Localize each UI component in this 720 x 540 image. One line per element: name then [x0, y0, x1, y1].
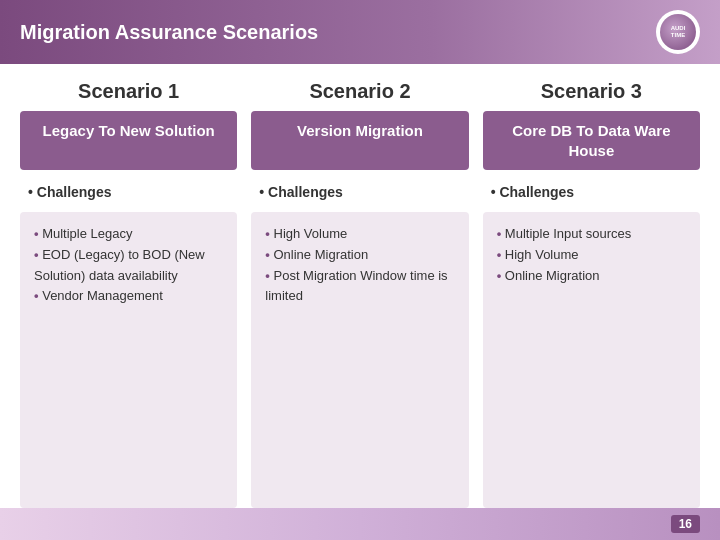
- col-header-3: Scenario 3: [483, 76, 700, 107]
- logo: AUDITIME: [656, 10, 700, 54]
- content-list-2: High Volume Online Migration Post Migrat…: [265, 224, 454, 307]
- challenges-label-1: • Challenges: [20, 180, 237, 204]
- list-item: High Volume: [265, 224, 454, 245]
- list-item: Post Migration Window time is limited: [265, 266, 454, 308]
- header: Migration Assurance Scenarios AUDITIME: [0, 0, 720, 64]
- logo-inner: AUDITIME: [660, 14, 696, 50]
- content-card-1: Multiple Legacy EOD (Legacy) to BOD (New…: [20, 212, 237, 508]
- challenges-row: • Challenges • Challenges • Challenges: [0, 180, 720, 204]
- list-item: Online Migration: [265, 245, 454, 266]
- col-header-1: Scenario 1: [20, 76, 237, 107]
- page-title: Migration Assurance Scenarios: [20, 21, 318, 44]
- column-headers-row: Scenario 1 Scenario 2 Scenario 3: [0, 64, 720, 111]
- list-item: Multiple Legacy: [34, 224, 223, 245]
- col-header-2: Scenario 2: [251, 76, 468, 107]
- content-list-3: Multiple Input sources High Volume Onlin…: [497, 224, 686, 286]
- list-item: Vendor Management: [34, 286, 223, 307]
- page-number: 16: [671, 515, 700, 533]
- list-item: Multiple Input sources: [497, 224, 686, 245]
- content-card-2: High Volume Online Migration Post Migrat…: [251, 212, 468, 508]
- list-item: High Volume: [497, 245, 686, 266]
- challenges-label-2: • Challenges: [251, 180, 468, 204]
- content-card-3: Multiple Input sources High Volume Onlin…: [483, 212, 700, 508]
- scenario-title-1: Legacy To New Solution: [20, 111, 237, 170]
- footer: 16: [0, 508, 720, 540]
- challenges-label-3: • Challenges: [483, 180, 700, 204]
- list-item: Online Migration: [497, 266, 686, 287]
- logo-text: AUDITIME: [671, 25, 686, 38]
- scenario-title-2: Version Migration: [251, 111, 468, 170]
- content-list-1: Multiple Legacy EOD (Legacy) to BOD (New…: [34, 224, 223, 307]
- list-item: EOD (Legacy) to BOD (New Solution) data …: [34, 245, 223, 287]
- page: Migration Assurance Scenarios AUDITIME S…: [0, 0, 720, 540]
- scenario-title-3: Core DB To Data Ware House: [483, 111, 700, 170]
- content-row: Multiple Legacy EOD (Legacy) to BOD (New…: [0, 212, 720, 508]
- scenario-titles-row: Legacy To New Solution Version Migration…: [0, 111, 720, 170]
